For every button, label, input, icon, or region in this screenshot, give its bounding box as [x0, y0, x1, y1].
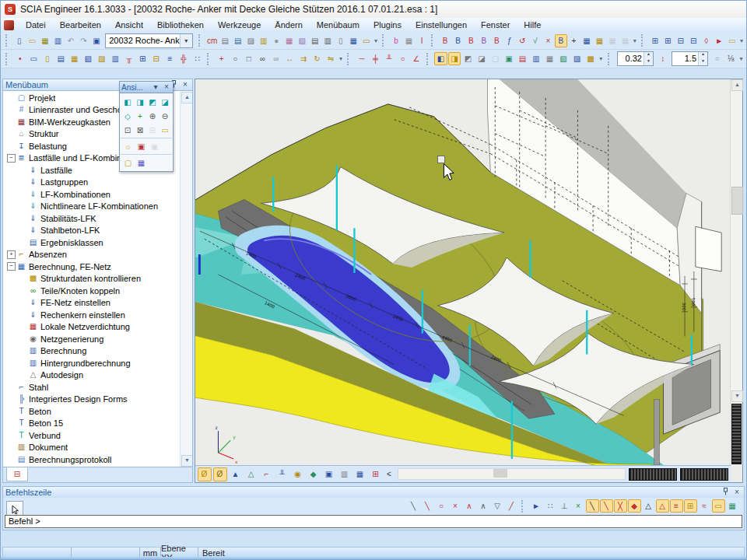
layers-icon[interactable]: ▤ [232, 34, 244, 47]
save-icon[interactable]: ▥ [52, 34, 65, 47]
zoom-selection-icon[interactable]: ⊞ [147, 124, 159, 136]
menu-ansicht[interactable]: Ansicht [108, 18, 150, 32]
print-data-icon[interactable]: ▥ [321, 34, 334, 47]
tree-item-nichtlineare-lf-kombinationen[interactable]: ⇓Nichtlineare LF-Kombinationen [3, 201, 180, 213]
tree-item-absenzen[interactable]: +⌐Absenzen [3, 249, 180, 261]
snap-tangent-icon[interactable]: △ [642, 499, 655, 513]
loads-toggle-icon[interactable]: ◆ [307, 467, 321, 481]
render-wireframe-icon[interactable]: ◧ [434, 52, 447, 65]
table-results-a-icon[interactable]: ▦ [606, 34, 619, 47]
paste-properties-icon[interactable]: ⊟ [675, 34, 687, 47]
toolbar-grip[interactable] [382, 34, 387, 47]
plate-icon[interactable]: ▤ [54, 52, 68, 65]
viewport-horizontal-scrollbar[interactable] [398, 468, 626, 480]
dimension-line-icon[interactable]: ╪ [369, 52, 382, 65]
snap-line-division-icon[interactable]: ≡ [670, 499, 683, 513]
snap-endpoint-icon[interactable]: ╲ [600, 499, 613, 513]
collapse-icon[interactable]: − [7, 262, 16, 271]
paperspace-gallery-icon[interactable]: ▧ [296, 34, 308, 47]
shrink-members-icon[interactable]: ▣ [503, 52, 516, 65]
dimension-scale-icon[interactable]: ↕ [656, 52, 669, 65]
catalog-block-icon[interactable]: ⊟ [150, 52, 163, 65]
snap-plane-icon[interactable]: ▽ [491, 499, 504, 513]
export-icon[interactable]: ▭ [360, 34, 373, 47]
local-axes-icon[interactable]: ▥ [530, 52, 543, 65]
loads-display-icon[interactable]: ▩ [584, 52, 598, 65]
redo-icon[interactable]: ↷ [78, 34, 90, 47]
menu-fenster[interactable]: Fenster [474, 18, 517, 32]
engineering-report-icon[interactable]: ▦ [348, 34, 360, 47]
font-scale-icon[interactable]: ⅛ [724, 52, 738, 65]
column-icon[interactable]: ▯ [40, 52, 54, 65]
tree-item-integriertes-design-forms[interactable]: ╠Integriertes Design Forms [3, 394, 180, 406]
load-scale-stepper[interactable]: ▲▼ [698, 52, 707, 65]
tree-item-ergebnisklassen[interactable]: ▤Ergebnisklassen [3, 236, 180, 249]
coordinates-table-icon[interactable]: ▦ [726, 499, 739, 513]
zoom-in-icon[interactable]: ⊕ [147, 110, 159, 122]
snap-orthogonal-points-icon[interactable]: ◆ [628, 499, 641, 513]
load-delete-icon[interactable]: × [542, 34, 555, 47]
scroll-down-icon[interactable]: ▼ [181, 455, 193, 467]
scroll-up-icon[interactable]: ▲ [181, 92, 193, 103]
snap-intersection-icon[interactable]: ╳ [614, 499, 627, 513]
collapse-icon[interactable]: − [7, 154, 16, 163]
link-parts-icon[interactable]: ∞ [256, 52, 269, 65]
snap-line-point-icon[interactable]: ╲ [421, 499, 434, 513]
view-dialog-icon[interactable]: ▦ [353, 467, 367, 481]
snap-circle-center-icon[interactable]: ○ [435, 499, 448, 513]
collapse-left-icon[interactable]: < [384, 470, 395, 478]
tree-item-rechenkern-einstellen[interactable]: ⇓Rechenkern einstellen [3, 309, 180, 321]
dot-grid-snap-icon[interactable]: ∷ [544, 499, 557, 513]
load-functions-icon[interactable]: ƒ [503, 34, 516, 47]
rib-icon[interactable]: ╥ [123, 52, 136, 65]
surface-edges-icon[interactable]: ◪ [475, 52, 489, 65]
load-history-icon[interactable]: ↺ [517, 34, 529, 47]
menu--ndern[interactable]: Ändern [268, 18, 309, 32]
snap-segment-icon[interactable]: ╱ [505, 499, 518, 513]
toolbar-grip[interactable] [431, 34, 436, 47]
connect-members-icon[interactable]: ≡ [163, 52, 177, 65]
overflow-chevron-icon[interactable]: ▾ [632, 37, 638, 44]
document-icon[interactable]: ▯ [335, 34, 347, 47]
labels-toggle-icon[interactable]: ▥ [338, 467, 352, 481]
view-z-direction-icon[interactable]: ◩ [147, 96, 159, 108]
select-polygon-icon[interactable]: □ [243, 52, 256, 65]
snap-line-icon[interactable]: ╲ [407, 499, 420, 513]
transparency-icon[interactable]: ▢ [489, 52, 502, 65]
snap-delete-icon[interactable]: × [449, 499, 462, 513]
view-scale-spinner[interactable]: 0.32▲▼ [617, 51, 654, 66]
3d-viewport[interactable]: 5400 2400 3600 2400 4400 2400 1400 300 5… [195, 79, 743, 483]
opening-icon[interactable]: ▧ [82, 52, 95, 65]
storeys-toggle-icon[interactable]: △ [244, 467, 258, 481]
zoom-all-icon[interactable]: ⊠ [135, 124, 146, 136]
command-input[interactable]: Befehl > [5, 515, 742, 528]
tree-item-strukturdaten-kontrollieren[interactable]: ▩Strukturdaten kontrollieren [3, 273, 180, 285]
snap-arc-center-icon[interactable]: △ [656, 499, 669, 513]
tree-item-berechnung-fe-netz[interactable]: −▦Berechnung, FE-Netz [3, 261, 180, 273]
3d-scene[interactable]: 5400 2400 3600 2400 4400 2400 1400 300 5… [195, 79, 731, 465]
draw-circle-icon[interactable]: ○ [396, 52, 409, 65]
toolbar-menu-icon[interactable]: ▾ [151, 82, 160, 92]
close-icon[interactable]: × [732, 488, 742, 497]
draw-angle-icon[interactable]: ∠ [410, 52, 423, 65]
select-lasso-icon[interactable]: ○ [229, 52, 242, 65]
supports-toggle-icon[interactable]: ╨ [275, 467, 289, 481]
snap-direction-icon[interactable]: ∧ [477, 499, 490, 513]
move-node-icon[interactable]: + [568, 34, 580, 47]
tree-item-hintergrundberechnung[interactable]: ▥Hintergrundberechnung [3, 357, 180, 369]
toolbar-grip[interactable] [608, 53, 612, 65]
zoom-out-icon[interactable]: ⊖ [160, 110, 171, 122]
fly-through-icon[interactable]: ► [713, 34, 725, 47]
delete-viewpoint-icon[interactable]: ▣ [149, 140, 161, 152]
load-case-properties-icon[interactable]: B [478, 34, 490, 47]
line-grid-snap-icon[interactable]: ⊥ [558, 499, 571, 513]
draw-line-icon[interactable]: ─ [356, 52, 369, 65]
view-parameters-icon[interactable]: ▦ [135, 156, 148, 169]
units-cm-icon[interactable]: cm [206, 34, 219, 47]
snap-curve-icon[interactable]: ≈ [698, 499, 711, 513]
toolbar-grip[interactable] [521, 500, 526, 513]
load-case-new-icon[interactable]: B [439, 34, 451, 47]
tree-item-lokale-netzverdichtung[interactable]: ▦Lokale Netzverdichtung [3, 321, 180, 334]
overflow-chevron-icon[interactable]: ▾ [598, 55, 605, 62]
load-panel-icon[interactable]: ⊞ [136, 52, 149, 65]
